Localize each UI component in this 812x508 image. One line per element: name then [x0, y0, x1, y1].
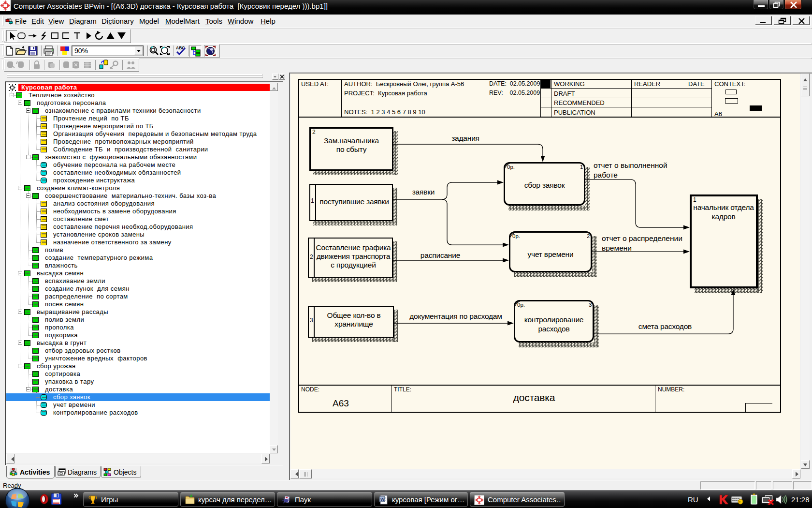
svg-text:!: !	[740, 500, 741, 504]
svg-text:W: W	[380, 497, 385, 502]
